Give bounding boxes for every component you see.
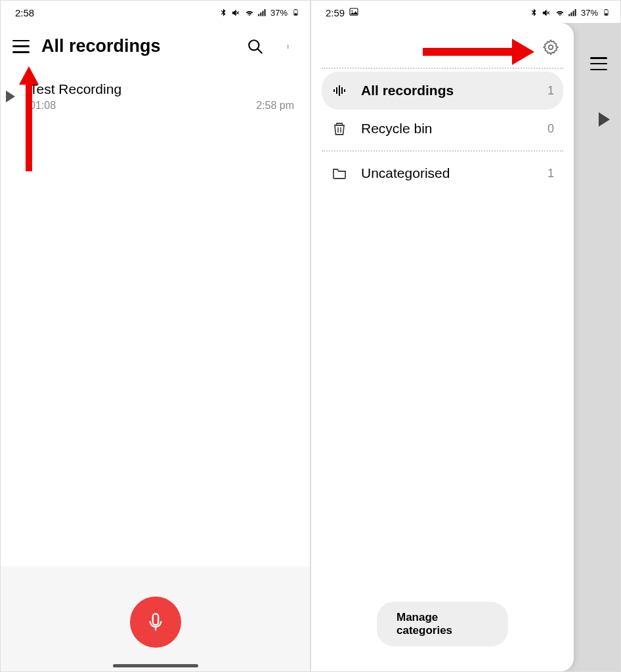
divider	[322, 68, 563, 69]
waveform-icon	[331, 82, 348, 99]
screen-drawer-open: 2:59 37%	[310, 0, 621, 672]
battery-icon	[601, 7, 611, 18]
status-time: 2:58	[15, 7, 34, 18]
svg-rect-1	[295, 9, 297, 10]
manage-categories-button[interactable]: Manage categories	[377, 602, 508, 646]
mic-icon	[144, 611, 167, 633]
svg-line-4	[257, 49, 262, 53]
play-icon	[599, 112, 610, 127]
gear-icon[interactable]	[542, 39, 559, 56]
page-title: All recordings	[41, 36, 235, 56]
play-icon[interactable]	[6, 91, 15, 102]
drawer-item-count: 1	[547, 84, 554, 98]
svg-point-12	[352, 10, 353, 11]
svg-rect-14	[605, 9, 607, 10]
wifi-icon	[555, 7, 565, 18]
svg-point-5	[288, 45, 288, 45]
svg-rect-2	[294, 13, 297, 15]
screen-all-recordings: 2:58 37% All recordings	[0, 0, 310, 672]
drawer-item-uncategorised[interactable]: Uncategorised 1	[322, 154, 563, 192]
drawer-item-label: Uncategorised	[361, 165, 534, 181]
drawer-item-count: 1	[547, 167, 554, 180]
more-icon[interactable]	[281, 38, 298, 55]
app-header: All recordings	[1, 23, 310, 70]
signal-icon	[568, 7, 578, 18]
status-bar: 2:58 37%	[1, 1, 310, 23]
image-icon	[349, 7, 359, 19]
status-icons: 37%	[218, 7, 301, 18]
status-time: 2:59	[326, 7, 345, 18]
svg-point-6	[288, 46, 288, 47]
status-bar: 2:59 37%	[311, 1, 620, 23]
bluetooth-icon	[528, 7, 539, 18]
signal-icon	[257, 7, 268, 18]
recording-duration: 01:08	[30, 100, 256, 112]
bluetooth-icon	[218, 7, 228, 18]
battery-percent: 37%	[270, 8, 288, 18]
svg-point-7	[288, 47, 288, 48]
mute-icon	[231, 7, 242, 18]
wifi-icon	[244, 7, 255, 18]
home-indicator[interactable]	[113, 664, 198, 667]
battery-icon	[290, 7, 301, 18]
bottom-bar	[1, 566, 310, 671]
mute-icon	[542, 7, 552, 18]
hamburger-menu-icon[interactable]	[12, 40, 30, 53]
drawer-item-label: Recycle bin	[361, 121, 534, 136]
folder-icon	[331, 165, 348, 182]
drawer-item-count: 0	[547, 122, 554, 136]
drawer-item-recycle-bin[interactable]: Recycle bin 0	[322, 110, 563, 148]
svg-rect-8	[152, 614, 158, 625]
svg-point-16	[549, 45, 553, 50]
recording-time: 2:58 pm	[256, 100, 294, 112]
hamburger-menu-icon[interactable]	[590, 57, 607, 70]
status-icons: 37%	[528, 7, 611, 18]
battery-percent: 37%	[581, 8, 598, 18]
trash-icon	[331, 120, 348, 137]
navigation-drawer: All recordings 1 Recycle bin 0 Uncategor…	[311, 23, 574, 671]
record-button[interactable]	[130, 597, 181, 648]
divider	[322, 150, 563, 152]
drawer-item-all-recordings[interactable]: All recordings 1	[322, 72, 563, 110]
svg-rect-15	[605, 13, 607, 15]
recording-item[interactable]: Test Recording 01:08 2:58 pm	[1, 70, 310, 123]
recording-title: Test Recording	[30, 81, 256, 97]
search-icon[interactable]	[247, 38, 264, 55]
drawer-item-label: All recordings	[361, 83, 534, 98]
